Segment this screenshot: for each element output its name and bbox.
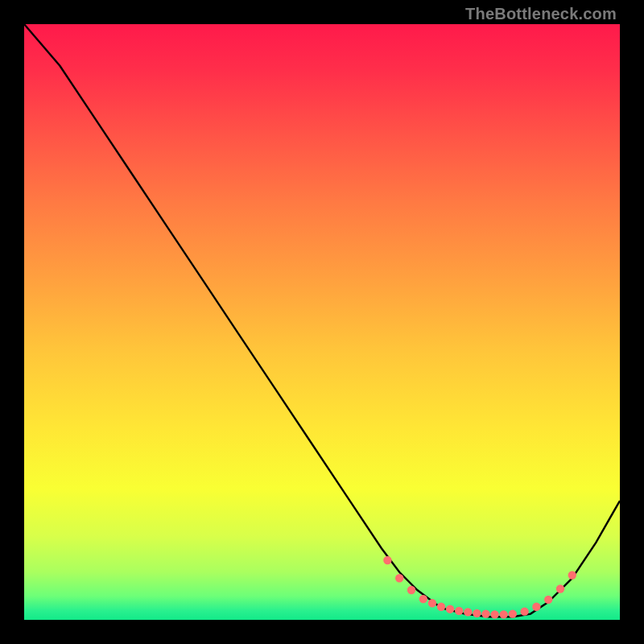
highlight-dot <box>500 610 508 618</box>
highlight-dot <box>395 574 403 582</box>
highlight-dot <box>473 609 481 617</box>
highlight-dot <box>490 610 498 618</box>
highlight-dot <box>419 595 427 603</box>
highlight-dot <box>568 571 576 579</box>
highlight-dot <box>383 556 391 564</box>
highlight-dot <box>556 584 564 592</box>
chart-background <box>24 24 620 620</box>
highlight-dot <box>446 605 454 613</box>
highlight-dot <box>464 608 472 616</box>
highlight-dot <box>509 609 517 617</box>
highlight-dot <box>437 603 445 611</box>
highlight-dot <box>532 603 540 611</box>
highlight-dot <box>455 607 463 615</box>
plot-area <box>24 24 620 620</box>
highlight-dot <box>544 596 552 604</box>
chart-frame: TheBottleneck.com <box>0 0 644 644</box>
highlight-dot <box>520 607 528 615</box>
highlight-dot <box>407 586 415 594</box>
chart-svg <box>24 24 620 620</box>
highlight-dot <box>428 599 436 607</box>
watermark-text: TheBottleneck.com <box>465 5 617 23</box>
highlight-dot <box>481 609 489 617</box>
